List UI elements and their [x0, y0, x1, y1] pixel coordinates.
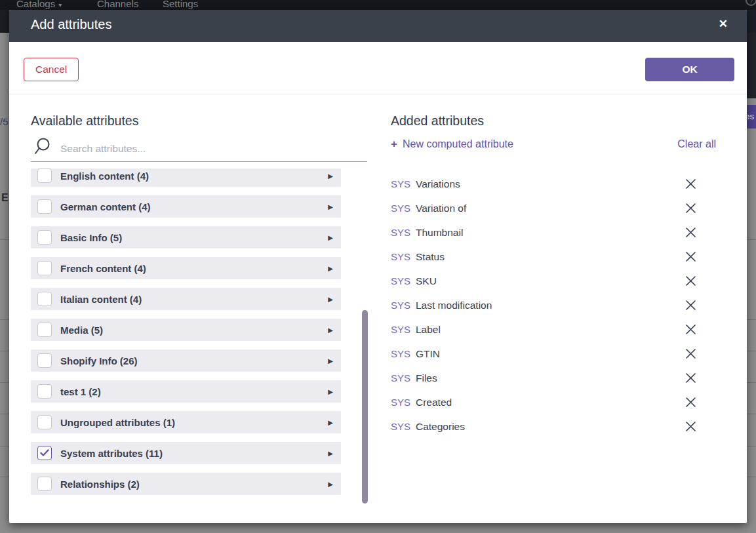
- checkbox-checked[interactable]: [37, 446, 52, 460]
- added-attribute-row: SYSThumbnail: [391, 220, 696, 245]
- bg-pagination-fragment: /5: [0, 116, 9, 127]
- remove-attribute-icon[interactable]: [685, 421, 696, 432]
- sys-badge: SYS: [391, 275, 416, 286]
- sys-badge: SYS: [391, 251, 416, 262]
- added-attribute-row: SYSVariation of: [391, 196, 696, 220]
- attribute-group-row[interactable]: Media (5)▶: [31, 319, 341, 341]
- attribute-group-row[interactable]: German content (4)▶: [31, 195, 341, 218]
- attribute-group-row[interactable]: test 1 (2)▶: [31, 380, 341, 403]
- added-attribute-row: SYSLabel: [391, 317, 696, 342]
- remove-attribute-icon[interactable]: [685, 300, 696, 311]
- remove-attribute-icon[interactable]: [685, 275, 696, 286]
- checkbox[interactable]: [37, 230, 52, 245]
- remove-attribute-icon[interactable]: [685, 372, 696, 384]
- checkbox[interactable]: [37, 168, 52, 183]
- search-input[interactable]: [60, 140, 309, 157]
- added-attribute-row: SYSGTIN: [391, 342, 696, 366]
- attribute-label: SKU: [416, 275, 437, 287]
- sys-badge: SYS: [391, 421, 416, 432]
- remove-attribute-icon[interactable]: [685, 397, 696, 408]
- page-header-band-right: [747, 33, 756, 98]
- attribute-group-list: English content (4)▶German content (4)▶B…: [31, 168, 341, 505]
- attribute-group-row[interactable]: French content (4)▶: [31, 257, 341, 279]
- added-attributes-list: SYSVariationsSYSVariation ofSYSThumbnail…: [391, 172, 696, 439]
- checkbox[interactable]: [37, 199, 52, 214]
- remove-attribute-icon[interactable]: [685, 178, 696, 189]
- checkbox[interactable]: [37, 415, 52, 429]
- sys-badge: SYS: [391, 300, 416, 311]
- chevron-right-icon[interactable]: ▶: [328, 450, 333, 457]
- group-label: Media (5): [60, 325, 103, 336]
- chevron-right-icon[interactable]: ▶: [328, 326, 333, 334]
- attribute-label: Categories: [416, 421, 465, 433]
- remove-attribute-icon[interactable]: [685, 227, 696, 238]
- sys-badge: SYS: [391, 324, 416, 335]
- group-label: System attributes (11): [60, 448, 163, 459]
- checkbox[interactable]: [37, 353, 52, 368]
- chevron-right-icon[interactable]: ▶: [328, 481, 333, 488]
- attribute-group-row[interactable]: English content (4)▶: [31, 168, 341, 187]
- nav-channels-label: Channels: [97, 0, 138, 9]
- help-icon[interactable]: ?: [746, 0, 756, 6]
- group-label: French content (4): [60, 263, 146, 274]
- search-underline: [31, 161, 367, 162]
- added-attribute-row: SYSSKU: [391, 269, 696, 293]
- sys-badge: SYS: [391, 227, 416, 238]
- modal-title: Add attributes: [31, 17, 111, 32]
- cancel-button[interactable]: Cancel: [24, 58, 79, 81]
- chevron-right-icon[interactable]: ▶: [328, 203, 333, 210]
- chevron-right-icon[interactable]: ▶: [328, 234, 333, 241]
- remove-attribute-icon[interactable]: [685, 348, 696, 359]
- sys-badge: SYS: [391, 397, 416, 408]
- attribute-group-row[interactable]: Relationships (2)▶: [31, 473, 341, 495]
- nav-item-catalogs[interactable]: Catalogs▾: [16, 0, 62, 9]
- added-attribute-row: SYSVariations: [391, 172, 696, 196]
- attribute-label: Variations: [416, 178, 460, 190]
- remove-attribute-icon[interactable]: [685, 203, 696, 214]
- group-label: Ungrouped attributes (1): [60, 417, 175, 428]
- attribute-label: Status: [416, 251, 445, 263]
- chevron-right-icon[interactable]: ▶: [328, 357, 333, 365]
- added-attributes-heading: Added attributes: [391, 113, 484, 128]
- attribute-group-row[interactable]: Ungrouped attributes (1)▶: [31, 411, 341, 433]
- chevron-right-icon[interactable]: ▶: [328, 172, 333, 180]
- attribute-group-row[interactable]: Basic Info (5)▶: [31, 226, 341, 248]
- attribute-label: GTIN: [416, 348, 440, 360]
- add-attributes-modal: Add attributes ✕ Cancel OK Available att…: [9, 10, 747, 523]
- sys-badge: SYS: [391, 372, 416, 384]
- added-attribute-row: SYSCategories: [391, 414, 696, 439]
- remove-attribute-icon[interactable]: [685, 324, 696, 335]
- chevron-right-icon[interactable]: ▶: [328, 419, 333, 426]
- divider: [9, 94, 747, 94]
- ok-button[interactable]: OK: [645, 58, 734, 81]
- modal-header: Add attributes ✕: [9, 10, 747, 42]
- group-label: Italian content (4): [60, 294, 142, 305]
- attribute-label: Thumbnail: [416, 227, 463, 239]
- nav-item-channels[interactable]: Channels: [97, 0, 138, 9]
- new-computed-attribute-link[interactable]: + New computed attribute: [391, 138, 513, 151]
- clear-all-link[interactable]: Clear all: [677, 138, 716, 150]
- attribute-group-row[interactable]: Italian content (4)▶: [31, 288, 341, 310]
- checkbox[interactable]: [37, 261, 52, 275]
- chevron-right-icon[interactable]: ▶: [328, 388, 333, 395]
- added-attribute-row: SYSStatus: [391, 245, 696, 269]
- nav-item-settings[interactable]: Settings: [163, 0, 198, 9]
- remove-attribute-icon[interactable]: [685, 251, 696, 262]
- attribute-group-row[interactable]: System attributes (11)▶: [31, 442, 341, 464]
- group-label: English content (4): [60, 170, 149, 182]
- search-icon: [33, 137, 52, 161]
- close-icon[interactable]: ✕: [719, 18, 728, 30]
- scrollbar[interactable]: [362, 310, 368, 503]
- checkbox[interactable]: [37, 292, 52, 306]
- checkbox[interactable]: [37, 384, 52, 399]
- new-computed-attribute-label: New computed attribute: [403, 138, 513, 150]
- checkbox[interactable]: [37, 323, 52, 337]
- attribute-label: Label: [416, 324, 441, 336]
- top-nav: Catalogs▾ Channels Settings ?: [0, 0, 756, 10]
- attribute-label: Variation of: [416, 203, 466, 214]
- attribute-group-row[interactable]: Shopify Info (26)▶: [31, 349, 341, 372]
- chevron-right-icon[interactable]: ▶: [328, 296, 333, 303]
- chevron-right-icon[interactable]: ▶: [328, 265, 333, 272]
- checkbox[interactable]: [37, 477, 52, 491]
- group-label: Relationships (2): [60, 479, 140, 490]
